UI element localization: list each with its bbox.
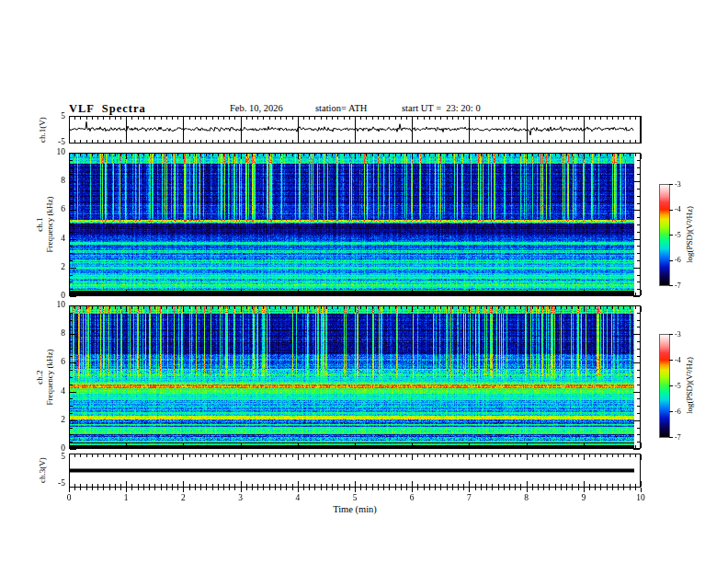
ch1-freq-tick-label: 6: [61, 204, 65, 213]
ch2-freq-tick-label: 2: [61, 415, 65, 424]
ch2-freq-tick-label: 10: [57, 300, 66, 309]
ch3-waveform-plot: [70, 454, 634, 487]
figure-title: VLF Spectra: [69, 102, 146, 116]
ch1-waveform-plot: [70, 117, 634, 143]
ch2-axis-title: ch.2: [35, 370, 44, 384]
x-tick-label: 0: [67, 493, 72, 502]
colorbar-tick-label: -4: [675, 356, 681, 364]
ch1-freq-tick-label: 2: [61, 262, 65, 271]
x-tick-label: 5: [353, 493, 358, 502]
colorbar-tick-label: -7: [675, 433, 681, 442]
x-tick-label: 6: [410, 493, 415, 502]
ch3-volts-axis-title: ch.3(V): [38, 457, 47, 483]
ch1-frequency-axis-title: Frequency (kHz): [45, 196, 54, 252]
colorbar-tick-label: -6: [675, 408, 681, 416]
colorbar1-gradient: [660, 184, 669, 285]
ch1-axis-title: ch.1: [35, 217, 44, 231]
date-label: Feb. 10, 2026: [230, 103, 283, 113]
x-tick-label: 7: [467, 493, 472, 502]
colorbar-tick-label: -3: [675, 180, 681, 189]
x-tick-label: 2: [181, 493, 186, 502]
colorbar-tick-label: -7: [675, 282, 681, 290]
ch2-frequency-axis-title: Frequency (kHz): [45, 349, 54, 405]
time-axis-title: Time (min): [333, 504, 377, 514]
ch1-freq-tick-label: 4: [61, 234, 65, 243]
x-tick-label: 10: [636, 493, 645, 502]
colorbar1-title: log(PSD)(V²/Hz): [685, 206, 694, 263]
ch2-freq-tick-label: 8: [61, 328, 65, 338]
x-tick-label: 9: [581, 493, 586, 502]
colorbar-tick-label: -5: [675, 382, 681, 390]
colorbar2-title: log(PSD)(V²/Hz): [685, 357, 694, 414]
ch1-freq-tick-label: 8: [61, 176, 65, 185]
colorbar-tick-label: -5: [675, 231, 681, 239]
ch1-volt-tick-label: 5: [61, 111, 65, 121]
ch1-freq-tick-label: 10: [57, 147, 66, 156]
ch2-spectrogram-plot: [70, 306, 634, 448]
x-tick-label: 1: [124, 493, 129, 502]
ch3-volt-tick-label: 5: [61, 452, 65, 461]
ch1-volts-axis-title: ch.1(V): [38, 117, 47, 143]
colorbar-tick-label: -3: [675, 330, 681, 339]
x-tick-label: 4: [295, 493, 300, 502]
ch3-volt-tick-label: -5: [58, 478, 65, 488]
colorbar-tick-label: -6: [675, 256, 681, 264]
ch1-volt-tick-label: -5: [58, 137, 65, 146]
ch1-spectrogram-plot: [70, 154, 634, 295]
ch2-freq-tick-label: 6: [61, 357, 65, 366]
ch1-freq-tick-label: 0: [61, 291, 65, 300]
colorbar2-gradient: [660, 334, 669, 437]
ch2-freq-tick-label: 4: [61, 386, 65, 396]
x-tick-label: 8: [524, 493, 529, 502]
vlf-spectra-figure: VLF Spectra Feb. 10, 2026 station= ATH s…: [0, 0, 728, 563]
x-tick-label: 3: [238, 493, 243, 502]
colorbar-tick-label: -4: [675, 205, 681, 213]
start-ut-label: start UT = 23: 20: 0: [402, 103, 481, 113]
station-label: station= ATH: [315, 103, 367, 113]
